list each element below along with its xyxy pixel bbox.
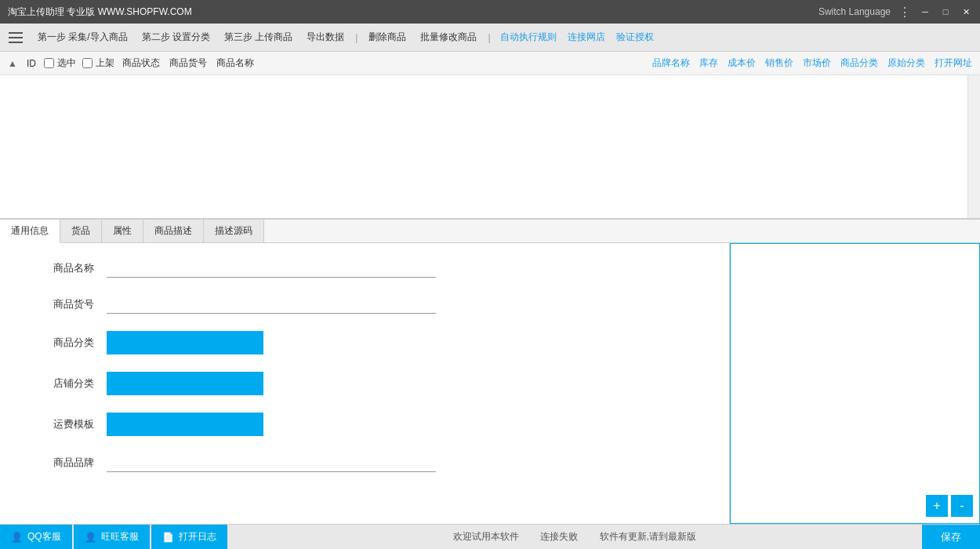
close-button[interactable]: ✕	[960, 5, 972, 18]
col-status: 商品状态	[118, 56, 165, 70]
connect-fail-text: 连接失败	[540, 531, 578, 542]
qq-icon: 👤	[11, 532, 23, 543]
form-row: 运费模板	[31, 413, 698, 436]
select-all-checkbox[interactable]	[44, 58, 54, 68]
status-message: 欢迎试用本软件 连接失败 软件有更新,请到最新版	[227, 530, 922, 544]
col-sku: 商品货号	[165, 56, 212, 70]
col-select: 选中	[57, 56, 76, 70]
toolbar-separator2: |	[485, 32, 493, 43]
ww-icon: 👤	[85, 532, 96, 543]
tab-bar: 通用信息货品属性商品描述描述源码	[0, 220, 980, 243]
form-label: 商品品牌	[31, 456, 94, 470]
form-input-商品名称[interactable]	[107, 259, 436, 278]
form-row: 店铺分类	[31, 372, 698, 395]
form-label: 商品分类	[31, 336, 94, 350]
form-left: 商品名称商品货号商品分类店铺分类运费模板商品品牌	[0, 243, 729, 524]
tab-attrs[interactable]: 属性	[102, 220, 143, 242]
statusbar: 👤 QQ客服 👤 旺旺客服 📄 打开日志 欢迎试用本软件 连接失败 软件有更新,…	[0, 524, 980, 549]
form-row: 商品分类	[31, 331, 698, 354]
maximize-button[interactable]: □	[939, 5, 952, 18]
col-sale: 销售价	[760, 56, 798, 70]
table-body	[0, 75, 980, 218]
image-panel: + -	[729, 243, 980, 524]
minimize-button[interactable]: ─	[919, 5, 931, 18]
update-tip-text: 软件有更新,请到最新版	[600, 531, 696, 542]
titlebar: 淘宝上传助理 专业版 WWW.SHOPFW.COM Switch Languag…	[0, 0, 980, 24]
sort-up-icon[interactable]: ▲	[3, 58, 22, 69]
dots-icon: ⋮	[898, 5, 911, 20]
form-row: 商品品牌	[31, 453, 698, 472]
tab-general[interactable]: 通用信息	[0, 220, 60, 243]
form-label: 店铺分类	[31, 376, 94, 391]
toolbar-auth[interactable]: 验证授权	[612, 27, 659, 47]
toolbar: 第一步 采集/导入商品 第二步 设置分类 第三步 上传商品 导出数据 | 删除商…	[0, 24, 980, 52]
ww-service-button[interactable]: 👤 旺旺客服	[74, 525, 150, 550]
bottom-panel: 通用信息货品属性商品描述描述源码 商品名称商品货号商品分类店铺分类运费模板商品品…	[0, 218, 980, 524]
form-label: 运费模板	[31, 417, 94, 431]
toolbar-export[interactable]: 导出数据	[300, 27, 350, 47]
remove-image-button[interactable]: -	[951, 495, 973, 517]
col-brand: 品牌名称	[648, 56, 695, 70]
toolbar-delete[interactable]: 删除商品	[362, 27, 412, 47]
menu-toggle-icon[interactable]	[5, 27, 27, 49]
tab-source[interactable]: 描述源码	[204, 220, 264, 242]
form-row: 商品货号	[31, 295, 698, 314]
qq-service-button[interactable]: 👤 QQ客服	[0, 525, 72, 550]
col-market: 市场价	[798, 56, 836, 70]
add-image-button[interactable]: +	[926, 495, 948, 517]
title-text: 淘宝上传助理 专业版 WWW.SHOPFW.COM	[8, 5, 192, 19]
form-area: 商品名称商品货号商品分类店铺分类运费模板商品品牌 + -	[0, 243, 980, 524]
form-label: 商品名称	[31, 261, 94, 275]
toolbar-step3[interactable]: 第三步 上传商品	[218, 27, 299, 47]
col-open-url: 打开网址	[930, 56, 977, 70]
log-icon: 📄	[162, 532, 174, 543]
toolbar-step1[interactable]: 第一步 采集/导入商品	[31, 27, 134, 47]
col-orig-category: 原始分类	[883, 56, 930, 70]
col-shelf: 上架	[96, 56, 114, 70]
toolbar-connect-shop[interactable]: 连接网店	[563, 27, 610, 47]
toolbar-batch-edit[interactable]: 批量修改商品	[414, 27, 483, 47]
switch-language[interactable]: Switch Language	[818, 6, 891, 17]
table-scrollbar[interactable]	[967, 75, 980, 218]
toolbar-separator1: |	[352, 32, 361, 43]
form-row: 商品名称	[31, 259, 698, 278]
form-label: 商品货号	[31, 297, 94, 311]
form-input-商品品牌[interactable]	[107, 453, 436, 472]
col-id: ID	[22, 58, 41, 69]
col-name: 商品名称	[212, 56, 259, 70]
col-cost: 成本价	[723, 56, 760, 70]
form-select-商品分类[interactable]	[107, 331, 263, 354]
toolbar-auto-exec[interactable]: 自动执行规则	[495, 27, 561, 47]
form-select-店铺分类[interactable]	[107, 372, 263, 395]
save-button[interactable]: 保存	[922, 525, 980, 550]
shelf-all-checkbox[interactable]	[82, 58, 93, 68]
main-content: ▲ ID 选中 上架 商品状态 商品货号 商品名称 品牌名称 库存 成本价 销售…	[0, 52, 980, 524]
tab-desc[interactable]: 商品描述	[143, 220, 204, 242]
col-stock: 库存	[695, 56, 723, 70]
welcome-text: 欢迎试用本软件	[453, 531, 519, 542]
toolbar-step2[interactable]: 第二步 设置分类	[136, 27, 216, 47]
form-select-运费模板[interactable]	[107, 413, 263, 436]
image-area: + -	[730, 243, 980, 524]
col-category: 商品分类	[836, 56, 883, 70]
tab-goods[interactable]: 货品	[60, 220, 102, 242]
form-input-商品货号[interactable]	[107, 295, 436, 314]
open-log-button[interactable]: 📄 打开日志	[151, 525, 227, 550]
table-header: ▲ ID 选中 上架 商品状态 商品货号 商品名称 品牌名称 库存 成本价 销售…	[0, 52, 980, 75]
